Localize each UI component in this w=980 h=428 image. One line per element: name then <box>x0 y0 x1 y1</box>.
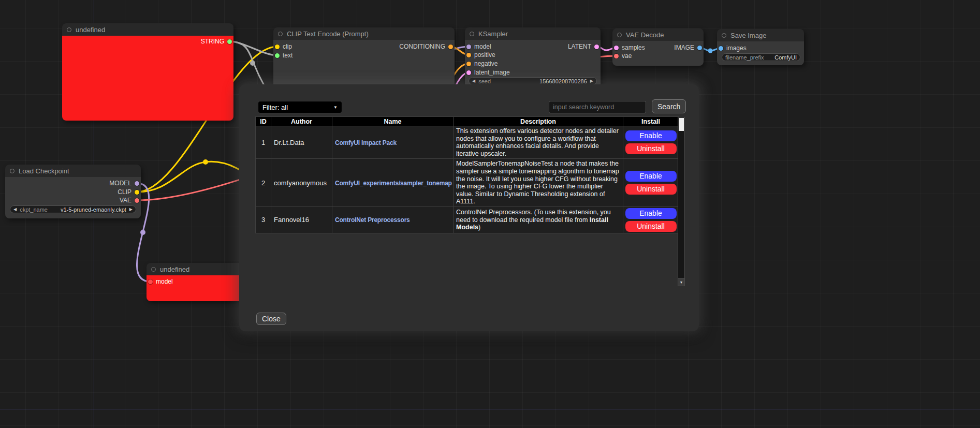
input-slot-vae: vae <box>614 52 632 60</box>
close-button[interactable]: Close <box>256 313 286 325</box>
widget-value: ComfyUI <box>774 54 797 61</box>
custom-nodes-manager-dialog: Filter: all ▼ Search ID Author Name Desc… <box>239 84 699 331</box>
cell-description: This extension offers various detector n… <box>454 126 623 159</box>
table-row: 2 comfyanonymous ComfyUI_experiments/sam… <box>256 159 679 207</box>
output-slot-clip: CLIP <box>118 188 139 196</box>
node-status-dot-icon[interactable] <box>470 32 474 36</box>
cell-name: ComfyUI Impact Pack <box>332 126 454 159</box>
filename-prefix-widget[interactable]: filename_prefix ComfyUI <box>722 53 800 61</box>
node-title-bar[interactable]: Save Image <box>717 29 804 41</box>
search-button[interactable]: Search <box>652 99 686 113</box>
scrollbar-down-button[interactable]: ▼ <box>678 278 684 286</box>
uninstall-button[interactable]: Uninstall <box>625 184 677 195</box>
node-title-bar[interactable]: KSampler <box>465 27 601 40</box>
node-save-image[interactable]: Save Image images filename_prefix ComfyU… <box>717 29 804 65</box>
cell-name: ControlNet Preprocessors <box>332 206 454 233</box>
node-title: CLIP Text Encode (Prompt) <box>287 30 369 38</box>
output-dot-conditioning[interactable] <box>448 45 453 49</box>
input-dot-latent-image[interactable] <box>466 70 471 75</box>
node-title: KSampler <box>478 30 508 38</box>
enable-button[interactable]: Enable <box>625 171 677 182</box>
output-slot-image: IMAGE <box>674 44 702 51</box>
output-dot-vae[interactable] <box>135 198 139 203</box>
filter-select[interactable]: Filter: all ▼ <box>258 101 342 113</box>
node-title-bar[interactable]: VAE Decode <box>612 28 704 41</box>
output-slot-string: STRING <box>201 38 232 45</box>
link-midpoint-dot[interactable] <box>203 159 208 165</box>
scrollbar-thumb[interactable] <box>679 118 684 131</box>
cell-description: ModelSamplerTonemapNoiseTest a node that… <box>454 159 623 207</box>
node-body <box>62 36 233 121</box>
node-status-dot-icon[interactable] <box>617 33 622 37</box>
node-undefined-primitive[interactable]: undefined STRING <box>62 23 233 121</box>
ckpt-name-widget[interactable]: ◀ ckpt_name v1-5-pruned-emaonly.ckpt ▶ <box>10 205 136 213</box>
input-dot-negative[interactable] <box>466 62 471 66</box>
extensions-table: ID Author Name Description Install 1 Dr.… <box>255 116 679 233</box>
input-dot-model[interactable] <box>148 279 153 284</box>
input-dot-text[interactable] <box>275 53 280 58</box>
extension-link[interactable]: ComfyUI Impact Pack <box>335 139 397 146</box>
input-slot-model: model <box>466 43 491 50</box>
table-row: 1 Dr.Lt.Data ComfyUI Impact Pack This ex… <box>256 126 679 159</box>
cell-author: Fannovel16 <box>271 206 332 233</box>
increment-arrow-icon[interactable]: ▶ <box>590 79 593 83</box>
input-dot-images[interactable] <box>719 46 723 51</box>
cell-description: ControlNet Preprocessors. (To use this e… <box>454 206 623 233</box>
node-title: undefined <box>76 26 105 34</box>
search-input[interactable] <box>549 101 646 113</box>
table-scrollbar[interactable]: ▼ <box>678 117 685 286</box>
seed-widget[interactable]: ◀ seed 156680208700286 ▶ <box>469 77 597 85</box>
cell-id: 3 <box>256 206 271 233</box>
extension-link[interactable]: ControlNet Preprocessors <box>335 216 410 224</box>
node-status-dot-icon[interactable] <box>278 32 283 36</box>
output-dot-latent[interactable] <box>594 45 599 49</box>
input-dot-model[interactable] <box>466 45 471 49</box>
widget-name: filename_prefix <box>725 54 764 61</box>
link-midpoint-dot[interactable] <box>250 61 255 66</box>
node-title-bar[interactable]: undefined <box>62 23 233 36</box>
output-slot-conditioning: CONDITIONING <box>399 43 453 50</box>
cell-install: Enable Uninstall <box>623 206 679 233</box>
widget-value: 156680208700286 <box>539 78 587 84</box>
cell-author: Dr.Lt.Data <box>271 126 332 159</box>
cell-id: 1 <box>256 126 271 159</box>
link-midpoint-dot[interactable] <box>140 230 145 235</box>
input-dot-clip[interactable] <box>275 45 280 49</box>
output-dot-string[interactable] <box>227 39 232 44</box>
increment-arrow-icon[interactable]: ▶ <box>129 208 133 212</box>
node-title-bar[interactable]: CLIP Text Encode (Prompt) <box>273 27 455 40</box>
node-title-bar[interactable]: Load Checkpoint <box>5 165 141 177</box>
uninstall-button[interactable]: Uninstall <box>625 221 677 232</box>
link-midpoint-dot[interactable] <box>708 49 713 53</box>
decrement-arrow-icon[interactable]: ◀ <box>472 79 475 83</box>
node-load-checkpoint[interactable]: Load Checkpoint MODEL CLIP VAE ◀ ckpt_na… <box>5 165 141 218</box>
output-slot-vae: VAE <box>120 197 139 204</box>
node-title: Save Image <box>730 32 766 39</box>
input-slot-negative: negative <box>466 60 498 67</box>
decrement-arrow-icon[interactable]: ◀ <box>13 208 17 212</box>
cell-install: Enable Uninstall <box>623 159 679 207</box>
output-dot-model[interactable] <box>135 181 139 186</box>
enable-button[interactable]: Enable <box>625 130 677 141</box>
output-dot-image[interactable] <box>697 46 702 50</box>
output-slot-latent: LATENT <box>568 43 599 50</box>
table-header-row: ID Author Name Description Install <box>256 117 679 126</box>
node-status-dot-icon[interactable] <box>151 267 156 272</box>
node-vae-decode[interactable]: VAE Decode samples vae IMAGE <box>612 28 704 66</box>
node-status-dot-icon[interactable] <box>10 169 14 173</box>
input-dot-vae[interactable] <box>614 54 619 58</box>
cell-author: comfyanonymous <box>271 159 332 207</box>
header-name: Name <box>332 117 454 126</box>
output-dot-clip[interactable] <box>135 190 139 195</box>
enable-button[interactable]: Enable <box>625 208 677 219</box>
output-slot-model: MODEL <box>109 180 139 187</box>
input-dot-positive[interactable] <box>466 53 471 57</box>
uninstall-button[interactable]: Uninstall <box>625 143 677 154</box>
extension-link[interactable]: ComfyUI_experiments/sampler_tonemap <box>335 180 452 187</box>
node-editor-canvas[interactable]: undefined STRING CLIP Text Encode (Promp… <box>0 0 980 428</box>
node-status-dot-icon[interactable] <box>67 27 71 32</box>
input-dot-samples[interactable] <box>614 46 619 50</box>
node-status-dot-icon[interactable] <box>722 33 726 38</box>
header-install: Install <box>623 117 679 126</box>
input-slot-text: text <box>275 52 292 59</box>
